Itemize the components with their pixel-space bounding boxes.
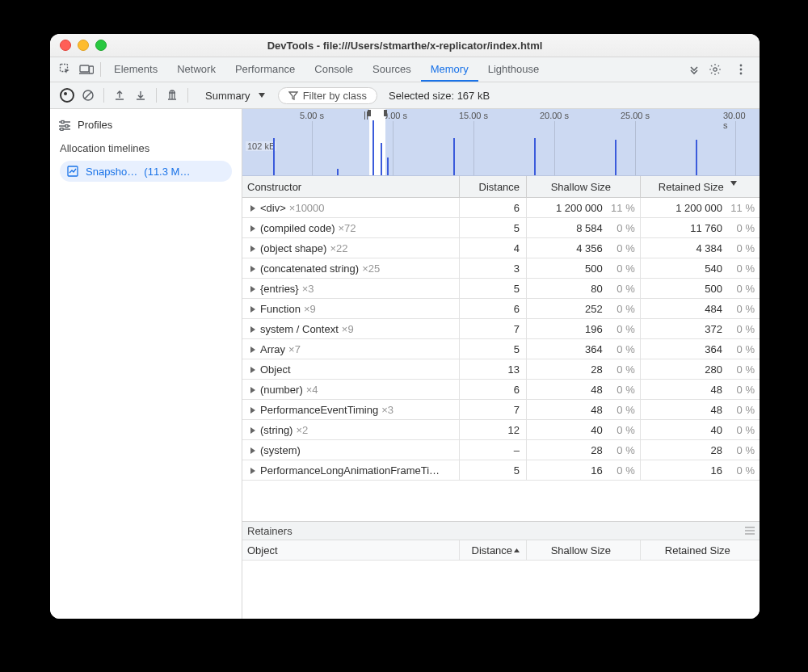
svg-rect-1: [80, 65, 89, 72]
table-row[interactable]: {entries}×35800 %5000 %: [242, 279, 760, 299]
expand-icon[interactable]: [250, 407, 255, 414]
expand-icon[interactable]: [250, 246, 255, 252]
col-retained[interactable]: Retained Size: [641, 181, 760, 193]
expand-icon[interactable]: [250, 346, 255, 353]
svg-rect-12: [61, 120, 64, 123]
settings-gear-icon[interactable]: [705, 63, 726, 76]
timeline-bar: [387, 158, 389, 175]
sort-asc-icon: [514, 548, 520, 552]
filter-icon: [288, 90, 298, 100]
devtools-window: DevTools - file:///Users/stmarthe/x-repl…: [50, 34, 760, 619]
expand-icon[interactable]: [250, 266, 255, 272]
expand-icon[interactable]: [250, 367, 255, 373]
ret-col-shallow[interactable]: Shallow Size: [527, 544, 640, 556]
tab-performance[interactable]: Performance: [225, 57, 305, 82]
col-constructor[interactable]: Constructor: [242, 181, 459, 193]
tab-lighthouse[interactable]: Lighthouse: [478, 57, 549, 82]
expand-icon[interactable]: [250, 427, 255, 434]
clear-button[interactable]: [78, 89, 99, 102]
table-row[interactable]: (concatenated string)×2535000 %5400 %: [242, 258, 760, 279]
table-row[interactable]: (system)–280 %280 %: [242, 440, 760, 460]
snapshot-item[interactable]: Snapsho… (11.3 M…: [60, 161, 232, 182]
expand-icon[interactable]: [250, 205, 255, 212]
timeline-bar: [381, 143, 382, 175]
expand-icon[interactable]: [250, 326, 255, 333]
table-row[interactable]: <div>×1000061 200 00011 %1 200 00011 %: [242, 198, 760, 218]
svg-point-7: [740, 73, 743, 75]
snapshot-icon: [66, 165, 79, 178]
timeline-bar: [615, 140, 617, 175]
timeline-bar: [372, 120, 374, 175]
table-row[interactable]: (object shape)×2244 3560 %4 3840 %: [242, 238, 760, 258]
kebab-menu-icon[interactable]: [730, 64, 751, 75]
menu-lines-icon[interactable]: [745, 527, 755, 535]
timeline-bar: [534, 138, 536, 175]
svg-point-5: [740, 65, 743, 67]
view-dropdown[interactable]: Summary: [196, 88, 271, 103]
table-body: <div>×1000061 200 00011 %1 200 00011 %(c…: [242, 198, 760, 481]
retainers-header[interactable]: Retainers: [242, 522, 760, 540]
table-row[interactable]: Object13280 %2800 %: [242, 359, 760, 380]
panel-tabbar: ElementsNetworkPerformanceConsoleSources…: [50, 57, 760, 82]
timeline-bar: [453, 138, 455, 175]
timeline-tick: 15.00 s: [459, 111, 488, 120]
memory-toolbar: Summary Filter by class Selected size: 1…: [50, 82, 760, 109]
col-distance[interactable]: Distance: [460, 181, 526, 193]
collect-garbage-icon[interactable]: [162, 90, 183, 102]
retainers-columns: Object Distance Shallow Size Retained Si…: [242, 540, 760, 561]
table-row[interactable]: system / Context×971960 %3720 %: [242, 319, 760, 339]
snapshot-name: Snapsho…: [86, 166, 137, 178]
record-button[interactable]: [57, 88, 78, 103]
table-row[interactable]: (compiled code)×7258 5840 %11 7600 %: [242, 218, 760, 238]
more-tabs-icon[interactable]: [684, 57, 705, 82]
separator: [100, 62, 101, 77]
tab-sources[interactable]: Sources: [363, 57, 421, 82]
profiles-label: Profiles: [78, 119, 112, 131]
table-row[interactable]: Array×753640 %3640 %: [242, 339, 760, 359]
table-row[interactable]: Function×962520 %4840 %: [242, 299, 760, 319]
selected-size-label: Selected size: 167 kB: [389, 90, 490, 102]
expand-icon[interactable]: [250, 286, 255, 292]
class-filter[interactable]: Filter by class: [278, 87, 377, 104]
class-filter-label: Filter by class: [303, 90, 367, 102]
allocation-timeline[interactable]: 102 kB 5.00 s10.00 s15.00 s20.00 s25.00 …: [242, 109, 760, 176]
expand-icon[interactable]: [250, 387, 255, 393]
expand-icon[interactable]: [250, 225, 255, 232]
svg-rect-14: [65, 124, 68, 127]
timeline-kb-label: 102 kB: [246, 141, 276, 151]
export-icon[interactable]: [109, 90, 130, 101]
ret-col-object[interactable]: Object: [242, 544, 459, 556]
chevron-down-icon: [259, 93, 265, 98]
titlebar: DevTools - file:///Users/stmarthe/x-repl…: [50, 34, 760, 57]
table-header: Constructor Distance Shallow Size Retain…: [242, 176, 760, 198]
table-row[interactable]: (string)×212400 %400 %: [242, 420, 760, 440]
view-dropdown-label: Summary: [205, 90, 250, 102]
profiles-section[interactable]: Profiles: [50, 114, 242, 136]
table-row[interactable]: PerformanceEventTiming×37480 %480 %: [242, 400, 760, 420]
tab-memory[interactable]: Memory: [421, 57, 478, 82]
svg-line-9: [85, 92, 91, 99]
sort-desc-icon: [730, 181, 737, 186]
ret-col-retained[interactable]: Retained Size: [641, 544, 760, 556]
col-shallow[interactable]: Shallow Size: [527, 181, 640, 193]
tab-console[interactable]: Console: [305, 57, 363, 82]
device-toolbar-icon[interactable]: [76, 57, 97, 82]
inspect-element-icon[interactable]: [55, 57, 76, 82]
expand-icon[interactable]: [250, 306, 255, 313]
expand-icon[interactable]: [250, 447, 255, 454]
snapshot-size: (11.3 M…: [144, 166, 190, 178]
retainers-panel: Retainers Object Distance Shallow Size R…: [242, 521, 760, 619]
import-icon[interactable]: [130, 90, 151, 101]
timeline-tick: 25.00 s: [621, 111, 650, 120]
tab-elements[interactable]: Elements: [104, 57, 167, 82]
retainers-title: Retainers: [247, 525, 292, 537]
table-row[interactable]: PerformanceLongAnimationFrameTi…5160 %16…: [242, 460, 760, 481]
svg-point-4: [713, 68, 717, 71]
ret-col-distance[interactable]: Distance: [460, 544, 526, 556]
timeline-tick: 20.00 s: [540, 111, 569, 120]
timeline-selection[interactable]: [369, 109, 385, 175]
timeline-tick: 5.00 s: [300, 111, 324, 120]
tab-network[interactable]: Network: [167, 57, 225, 82]
expand-icon[interactable]: [250, 468, 255, 474]
table-row[interactable]: (number)×46480 %480 %: [242, 380, 760, 400]
